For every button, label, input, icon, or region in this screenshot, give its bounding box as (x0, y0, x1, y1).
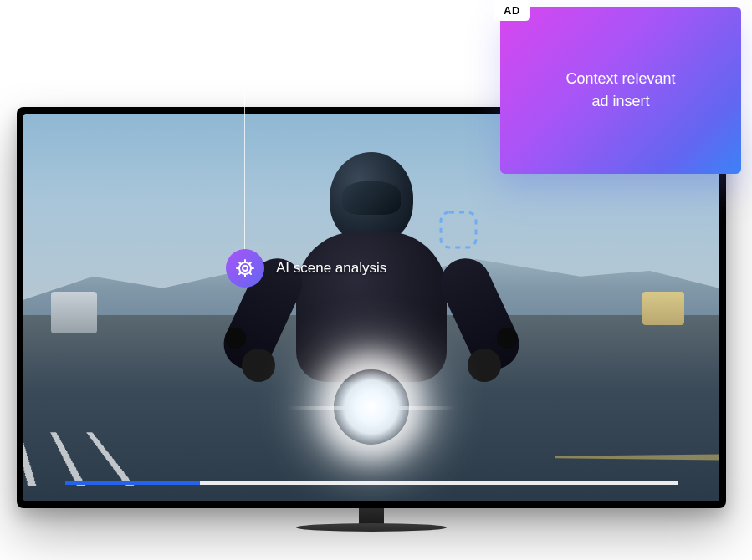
video-progress-bar[interactable] (65, 481, 678, 485)
bike-handlebar (242, 349, 275, 382)
bike-headlight (334, 369, 409, 445)
brain-circuit-icon (226, 249, 264, 288)
detection-highlight (437, 209, 479, 251)
road-shoulder (555, 454, 719, 461)
bike-handlebar (468, 349, 501, 382)
road-markings (23, 432, 144, 486)
analysis-label: AI scene analysis (276, 260, 386, 277)
video-progress-fill (65, 481, 200, 485)
svg-point-2 (243, 266, 248, 271)
ad-description: Context relevant ad insert (524, 68, 717, 113)
ad-insert-card: AD Context relevant ad insert (500, 7, 741, 174)
bike-mirror (497, 328, 518, 349)
svg-rect-0 (441, 212, 476, 247)
analysis-badge: AI scene analysis (226, 249, 386, 288)
ad-tag: AD (494, 0, 530, 21)
motorcyclist (254, 152, 489, 470)
tv-stand (296, 508, 447, 532)
vehicle-truck (642, 292, 684, 325)
bike-mirror (225, 328, 246, 349)
rider-helmet (330, 152, 413, 244)
ad-text-line: Context relevant (565, 70, 675, 87)
helmet-visor (342, 181, 401, 215)
vehicle-truck (51, 292, 97, 333)
ad-text-line: ad insert (591, 93, 649, 109)
